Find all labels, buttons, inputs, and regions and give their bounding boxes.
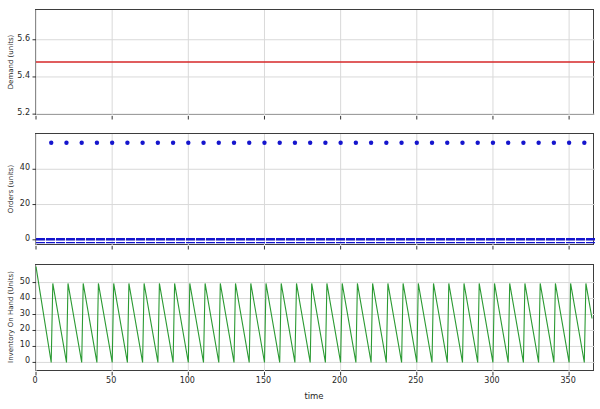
order-event-dot bbox=[567, 141, 571, 145]
x-tick-label: 100 bbox=[170, 376, 204, 386]
y-tick-label: 5.2 bbox=[0, 108, 30, 118]
order-event-dot bbox=[323, 141, 327, 145]
order-event-dot bbox=[369, 141, 373, 145]
order-event-dot bbox=[354, 141, 358, 145]
inventory-plot-area bbox=[35, 264, 594, 371]
order-event-dot bbox=[247, 141, 251, 145]
order-event-dot bbox=[430, 141, 434, 145]
x-tick-label: 350 bbox=[551, 376, 585, 386]
y-tick-label: 20 bbox=[0, 324, 30, 334]
order-event-dot bbox=[384, 141, 388, 145]
inventory-chart-svg bbox=[36, 265, 595, 372]
order-event-dot bbox=[536, 141, 540, 145]
y-tick-label: 40 bbox=[0, 163, 30, 173]
order-event-dot bbox=[521, 141, 525, 145]
order-event-dot bbox=[171, 141, 175, 145]
order-event-dot bbox=[79, 141, 83, 145]
order-event-dot bbox=[491, 141, 495, 145]
order-event-dot bbox=[232, 141, 236, 145]
y-tick-label: 20 bbox=[0, 199, 30, 209]
order-event-dot bbox=[125, 141, 129, 145]
order-event-dot bbox=[293, 141, 297, 145]
x-tick-label: 300 bbox=[475, 376, 509, 386]
y-tick-label: 0 bbox=[0, 356, 30, 366]
y-tick-label: 5.6 bbox=[0, 34, 30, 44]
order-event-dot bbox=[415, 141, 419, 145]
x-tick-label: 200 bbox=[323, 376, 357, 386]
x-tick-label: 0 bbox=[18, 376, 52, 386]
order-event-dot bbox=[217, 141, 221, 145]
order-event-dot bbox=[582, 141, 586, 145]
demand-chart-svg bbox=[36, 10, 595, 116]
order-event-dot bbox=[460, 141, 464, 145]
order-event-dot bbox=[308, 141, 312, 145]
order-event-dot bbox=[95, 141, 99, 145]
y-tick-label: 0 bbox=[0, 234, 30, 244]
order-event-dot bbox=[445, 141, 449, 145]
y-tick-label: 30 bbox=[0, 309, 30, 319]
order-event-dot bbox=[201, 141, 205, 145]
order-event-dot bbox=[186, 141, 190, 145]
order-event-dot bbox=[552, 141, 556, 145]
demand-plot-area bbox=[35, 9, 594, 115]
order-event-dot bbox=[506, 141, 510, 145]
order-event-dot bbox=[278, 141, 282, 145]
x-tick-label: 250 bbox=[399, 376, 433, 386]
y-tick-label: 50 bbox=[0, 277, 30, 287]
order-event-dot bbox=[156, 141, 160, 145]
x-tick-label: 50 bbox=[94, 376, 128, 386]
x-tick-label: 150 bbox=[246, 376, 280, 386]
order-event-dot bbox=[262, 141, 266, 145]
order-event-dot bbox=[140, 141, 144, 145]
order-event-dot bbox=[338, 141, 342, 145]
orders-chart-svg bbox=[36, 134, 595, 246]
y-tick-label: 40 bbox=[0, 293, 30, 303]
inventory-simulation-figure: Demand (units) Orders (units) Inventory … bbox=[0, 0, 600, 409]
order-event-dot bbox=[49, 141, 53, 145]
order-event-dot bbox=[64, 141, 68, 145]
y-tick-label: 5.4 bbox=[0, 71, 30, 81]
order-event-dot bbox=[476, 141, 480, 145]
order-event-dot bbox=[399, 141, 403, 145]
orders-plot-area bbox=[35, 133, 594, 245]
order-event-dot bbox=[110, 141, 114, 145]
y-tick-label: 10 bbox=[0, 340, 30, 350]
x-axis-label: time bbox=[304, 391, 323, 401]
